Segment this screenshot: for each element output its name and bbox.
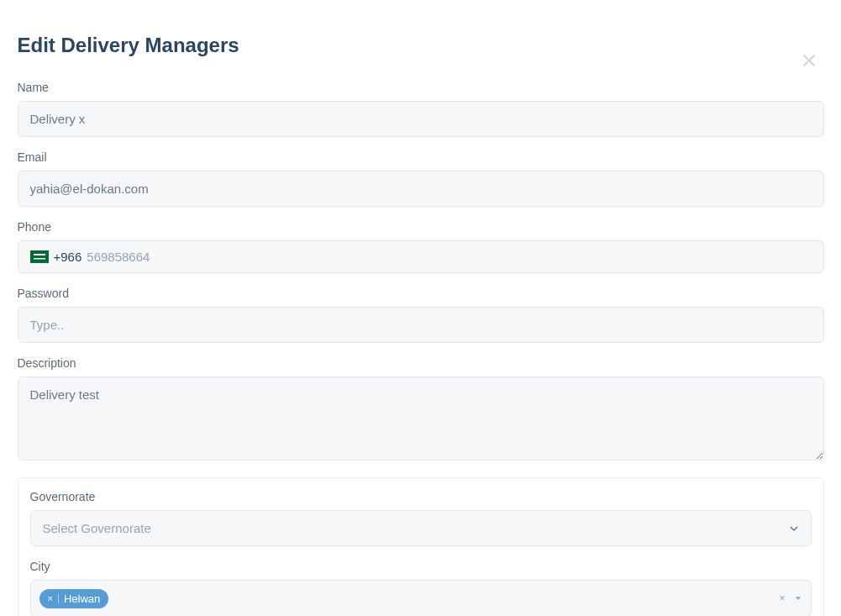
city-tag: × Helwan — [39, 589, 109, 608]
multiselect-controls: × — [779, 591, 802, 606]
edit-delivery-modal: Edit Delivery Managers Name Email Phone … — [18, 34, 824, 616]
svg-rect-4 — [34, 258, 45, 260]
tag-remove-icon[interactable]: × — [48, 594, 59, 603]
phone-number-input[interactable] — [87, 250, 811, 264]
password-group: Password — [18, 287, 824, 343]
city-tag-label: Helwan — [64, 592, 100, 605]
password-label: Password — [18, 287, 824, 300]
email-input[interactable] — [18, 171, 824, 207]
governorate-label: Governorate — [30, 490, 812, 503]
name-group: Name — [18, 81, 824, 137]
location-section: Governorate Select Governorate City × He… — [18, 477, 824, 616]
description-textarea[interactable]: Delivery test — [18, 376, 824, 461]
saudi-flag-icon — [30, 250, 49, 263]
password-input[interactable] — [18, 307, 824, 343]
email-label: Email — [18, 150, 824, 164]
phone-label: Phone — [18, 220, 824, 234]
modal-title: Edit Delivery Managers — [18, 34, 824, 57]
clear-all-icon[interactable]: × — [779, 592, 785, 604]
phone-group: Phone +966 — [18, 220, 824, 273]
email-group: Email — [18, 150, 824, 207]
city-multiselect[interactable]: × Helwan × — [30, 580, 812, 616]
close-icon[interactable] — [801, 52, 817, 69]
city-tags: × Helwan — [39, 589, 109, 608]
chevron-down-icon[interactable] — [794, 591, 802, 606]
phone-input-wrapper[interactable]: +966 — [18, 240, 824, 273]
name-input[interactable] — [18, 101, 824, 137]
name-label: Name — [18, 81, 824, 94]
governorate-select[interactable]: Select Governorate — [30, 510, 812, 546]
phone-prefix: +966 — [54, 250, 82, 264]
governorate-group: Governorate Select Governorate — [30, 490, 812, 546]
city-label: City — [30, 560, 812, 573]
description-label: Description — [18, 356, 824, 370]
city-group: City × Helwan × — [30, 560, 812, 616]
svg-rect-2 — [30, 250, 49, 263]
svg-rect-3 — [34, 254, 45, 255]
description-group: Description Delivery test — [18, 356, 824, 464]
